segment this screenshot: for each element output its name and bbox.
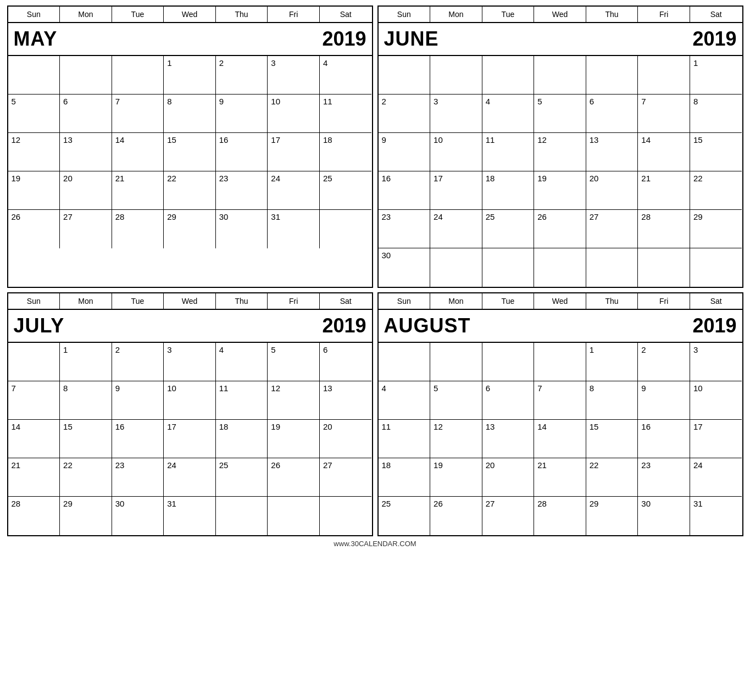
- cal-cell: 8: [586, 381, 638, 420]
- cal-cell: [586, 248, 638, 287]
- day-name-tue: Tue: [112, 7, 164, 22]
- calendars-grid: SunMonTueWedThuFriSatMAY2019123456789101…: [7, 5, 743, 536]
- cal-cell: 9: [379, 133, 431, 171]
- cal-cell: 7: [8, 381, 60, 420]
- cal-cell: 30: [638, 497, 690, 535]
- cal-cell: [320, 497, 372, 535]
- cal-cell: 14: [8, 420, 60, 458]
- cal-cell: 23: [112, 458, 164, 497]
- cal-body: 1234567891011121314151617181920212223242…: [8, 56, 372, 248]
- cal-cell: 17: [430, 171, 482, 210]
- cal-cell: 3: [268, 56, 320, 95]
- cal-cell: 25: [379, 497, 431, 535]
- day-names-row: SunMonTueWedThuFriSat: [8, 7, 372, 23]
- calendar-june-2019: SunMonTueWedThuFriSatJUNE201912345678910…: [377, 5, 743, 288]
- cal-cell: 1: [690, 56, 742, 95]
- cal-cell: 12: [8, 133, 60, 171]
- cal-cell: 19: [430, 458, 482, 497]
- day-names-row: SunMonTueWedThuFriSat: [379, 293, 742, 310]
- day-name-thu: Thu: [586, 293, 638, 309]
- cal-cell: 9: [216, 95, 268, 133]
- cal-cell: 15: [60, 420, 112, 458]
- cal-cell: 17: [268, 133, 320, 171]
- cal-cell: 10: [164, 381, 216, 420]
- cal-cell: [430, 343, 482, 381]
- day-name-fri: Fri: [268, 7, 320, 22]
- cal-cell: 17: [690, 420, 742, 458]
- day-name-mon: Mon: [430, 7, 482, 22]
- cal-cell: 25: [482, 210, 535, 248]
- cal-cell: 27: [60, 210, 112, 248]
- day-name-mon: Mon: [60, 7, 112, 22]
- cal-cell: 30: [112, 497, 164, 535]
- cal-title-row: JULY2019: [8, 310, 372, 343]
- cal-cell: 6: [320, 343, 372, 381]
- cal-cell: 5: [430, 381, 482, 420]
- cal-cell: 2: [216, 56, 268, 95]
- cal-cell: 11: [379, 420, 431, 458]
- cal-cell: [8, 56, 60, 95]
- cal-cell: 2: [112, 343, 164, 381]
- cal-cell: 25: [216, 458, 268, 497]
- calendar-may-2019: SunMonTueWedThuFriSatMAY2019123456789101…: [7, 5, 373, 288]
- cal-cell: 9: [638, 381, 690, 420]
- cal-cell: 3: [164, 343, 216, 381]
- day-name-sat: Sat: [690, 7, 742, 22]
- calendar-august-2019: SunMonTueWedThuFriSatAUGUST2019123456789…: [377, 292, 743, 536]
- cal-body: 1234567891011121314151617181920212223242…: [8, 343, 372, 535]
- cal-cell: 16: [379, 171, 431, 210]
- calendar-july-2019: SunMonTueWedThuFriSatJULY201912345678910…: [7, 292, 373, 536]
- cal-cell: 30: [379, 248, 431, 287]
- cal-cell: 22: [164, 171, 216, 210]
- cal-cell: [534, 56, 586, 95]
- cal-cell: [534, 248, 586, 287]
- day-name-mon: Mon: [430, 293, 482, 309]
- cal-cell: 14: [638, 133, 690, 171]
- cal-cell: 16: [112, 420, 164, 458]
- day-name-sun: Sun: [379, 293, 431, 309]
- day-name-wed: Wed: [534, 293, 586, 309]
- cal-cell: 4: [379, 381, 431, 420]
- cal-cell: 11: [482, 133, 535, 171]
- cal-cell: 9: [112, 381, 164, 420]
- cal-cell: 29: [164, 210, 216, 248]
- cal-cell: 11: [320, 95, 372, 133]
- cal-cell: 16: [638, 420, 690, 458]
- day-name-sat: Sat: [320, 7, 372, 22]
- cal-cell: [482, 248, 535, 287]
- cal-cell: 8: [60, 381, 112, 420]
- cal-cell: [379, 56, 431, 95]
- cal-cell: 10: [690, 381, 742, 420]
- cal-cell: 25: [320, 171, 372, 210]
- cal-cell: [60, 56, 112, 95]
- cal-cell: [8, 343, 60, 381]
- cal-cell: 16: [216, 133, 268, 171]
- day-name-fri: Fri: [268, 293, 320, 309]
- cal-cell: 27: [482, 497, 535, 535]
- cal-cell: 12: [430, 420, 482, 458]
- cal-year: 2019: [692, 27, 736, 51]
- day-name-tue: Tue: [112, 293, 164, 309]
- cal-cell: 15: [586, 420, 638, 458]
- cal-cell: [268, 497, 320, 535]
- cal-cell: 2: [379, 95, 431, 133]
- cal-cell: 14: [112, 133, 164, 171]
- cal-cell: 12: [534, 133, 586, 171]
- cal-cell: 8: [164, 95, 216, 133]
- cal-cell: 2: [638, 343, 690, 381]
- cal-cell: [690, 248, 742, 287]
- cal-cell: 30: [216, 210, 268, 248]
- cal-cell: 21: [638, 171, 690, 210]
- cal-cell: 15: [690, 133, 742, 171]
- cal-cell: 18: [482, 171, 535, 210]
- cal-cell: 3: [690, 343, 742, 381]
- cal-cell: 4: [320, 56, 372, 95]
- cal-cell: 5: [8, 95, 60, 133]
- cal-cell: 22: [690, 171, 742, 210]
- cal-cell: 1: [164, 56, 216, 95]
- day-name-sun: Sun: [8, 7, 60, 22]
- cal-cell: 5: [534, 95, 586, 133]
- cal-cell: 26: [430, 497, 482, 535]
- cal-cell: 22: [60, 458, 112, 497]
- cal-cell: [482, 56, 535, 95]
